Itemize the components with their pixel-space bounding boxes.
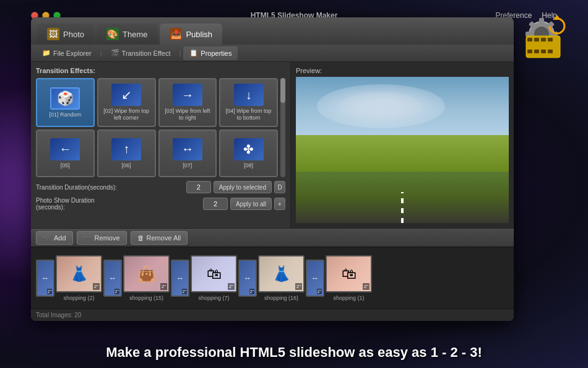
publish-tab-icon: 📤 xyxy=(170,28,182,40)
film-image-6: 🛍 xyxy=(207,265,222,283)
scrollbar-thumb xyxy=(280,78,285,103)
remove-all-button[interactable]: 🗑 Remove All xyxy=(131,231,188,245)
preview-image xyxy=(296,77,509,223)
film-image-8: 👗 xyxy=(272,265,291,283)
film-item-3[interactable]: ↔ 2" xyxy=(103,260,122,297)
transition-effect-icon: 🎬 xyxy=(111,49,119,57)
effects-panel: Transition Effects: 🎲 [01] Random xyxy=(31,62,291,228)
film-icon-symbol-3: ↔ xyxy=(109,274,116,283)
subnav-properties[interactable]: 📋 Properties xyxy=(183,46,238,60)
effect-item-2[interactable]: ↙ [02] Wipe from top left corner xyxy=(97,78,156,127)
effect-thumb-2: ↙ xyxy=(111,84,141,106)
film-duration-3: 2" xyxy=(115,289,119,294)
film-thumb-icon-1: ↔ 2" xyxy=(36,260,54,297)
film-item-5[interactable]: ↔ 2" xyxy=(171,260,189,297)
effect-item-3[interactable]: → [03] Wipe from left to right xyxy=(158,78,217,127)
add-button[interactable]: ➕ Add xyxy=(36,231,73,245)
svg-rect-11 xyxy=(527,38,532,42)
svg-rect-13 xyxy=(541,38,546,42)
effect-thumb-6: ↑ xyxy=(111,138,141,160)
film-duration-2: 2" xyxy=(93,283,100,290)
effect-thumb-8: ✤ xyxy=(234,138,264,160)
svg-marker-19 xyxy=(553,15,561,20)
tab-publish[interactable]: 📤 Publish xyxy=(160,24,222,45)
file-explorer-label: File Explorer xyxy=(53,50,92,57)
remove-all-label: Remove All xyxy=(147,234,181,242)
film-thumb-container-4: 👜 2" xyxy=(123,255,170,292)
svg-rect-15 xyxy=(527,50,532,53)
effect-thumb-random: 🎲 xyxy=(50,87,80,110)
subnav-transition-effect[interactable]: 🎬 Transition Effect xyxy=(105,46,177,60)
film-thumb-icon-7: ↔ 2" xyxy=(238,260,257,297)
arrow-up-icon: ↑ xyxy=(123,142,129,156)
effect-thumb-4: ↓ xyxy=(234,84,264,106)
transition-effect-label: Transition Effect xyxy=(122,50,171,57)
film-label-4: shopping (15) xyxy=(129,295,163,301)
content-area: Transition Effects: 🎲 [01] Random xyxy=(31,62,514,321)
film-item-1[interactable]: ↔ 2" xyxy=(36,260,54,297)
effect-item-8[interactable]: ✤ [08] xyxy=(219,129,278,177)
film-duration-9: 2" xyxy=(317,289,322,294)
preview-panel: Preview: xyxy=(291,62,514,228)
effect-thumb-3: → xyxy=(173,84,202,106)
film-item-10[interactable]: 🛍 2" shopping (1) xyxy=(326,255,372,301)
add-icon: ➕ xyxy=(43,234,51,242)
subnav-file-explorer[interactable]: 📁 File Explorer xyxy=(36,46,98,60)
remove-all-icon: 🗑 xyxy=(137,234,144,242)
dice-icon: 🎲 xyxy=(57,90,74,107)
film-thumb-container-8: 👗 2" xyxy=(258,255,305,292)
tab-theme[interactable]: 🎨 Theme xyxy=(97,24,157,45)
theme-tab-label: Theme xyxy=(123,30,147,39)
theme-tab-icon: 🎨 xyxy=(106,28,119,40)
tab-photo[interactable]: 🖼 Photo xyxy=(37,24,94,45)
file-explorer-icon: 📁 xyxy=(42,49,51,57)
effects-container: 🎲 [01] Random ↙ [02] Wipe from top left … xyxy=(36,78,285,177)
effects-preview-row: Transition Effects: 🎲 [01] Random xyxy=(31,62,514,228)
transition-duration-row: Transition Duration(seconds): 2 Apply to… xyxy=(36,181,285,193)
film-thumb-container-2: 👗 2" xyxy=(56,255,102,292)
status-text: Total Images: 20 xyxy=(36,312,81,318)
photo-duration-row: Photo Show Duration(seconds): Apply to a… xyxy=(36,197,285,211)
film-duration-7: 2" xyxy=(249,289,254,294)
arrow-upleft-icon: ↙ xyxy=(121,87,132,102)
film-duration-6: 2" xyxy=(228,283,235,290)
effect-item-4[interactable]: ↓ [04] Wipe from top to bottom xyxy=(219,78,278,127)
photo-tab-label: Photo xyxy=(63,30,84,39)
film-label-2: shopping (2) xyxy=(63,295,94,301)
effect-item-5[interactable]: ← [05] xyxy=(36,129,95,177)
effect-item-6[interactable]: ↑ [06] xyxy=(97,129,156,177)
film-icon-symbol-1: ↔ xyxy=(41,274,49,283)
photo-duration-input[interactable] xyxy=(203,198,228,210)
subnav-sep2: | xyxy=(178,50,182,57)
transition-duration-input[interactable]: 2 xyxy=(186,181,211,193)
svg-rect-16 xyxy=(534,50,539,53)
effects-scrollbar[interactable] xyxy=(280,78,285,177)
apply-to-selected-button[interactable]: Apply to selected xyxy=(214,181,272,193)
film-icon-symbol-7: ↔ xyxy=(244,274,251,283)
remove-label: Remove xyxy=(95,234,120,242)
apply-to-all-button[interactable]: Apply to all xyxy=(230,198,272,210)
effect-label-3: [03] Wipe from left to right xyxy=(162,108,214,121)
film-thumb-icon-3: ↔ 2" xyxy=(103,260,122,297)
film-item-6[interactable]: 🛍 2" shopping (7) xyxy=(191,255,237,301)
film-icon-symbol-5: ↔ xyxy=(176,274,184,283)
film-item-8[interactable]: 👗 2" shopping (16) xyxy=(258,255,305,301)
tagline-container: Make a professional HTML5 slideshow as e… xyxy=(0,337,588,361)
film-image-2: 👗 xyxy=(70,265,89,283)
film-item-4[interactable]: 👜 2" shopping (15) xyxy=(123,255,170,301)
film-label-6: shopping (7) xyxy=(198,295,229,301)
effect-item-7[interactable]: ↔ [07] xyxy=(158,129,217,177)
film-item-7[interactable]: ↔ 2" xyxy=(238,260,257,297)
arrow-down-icon: ↓ xyxy=(246,88,252,102)
film-item-9[interactable]: ↔ 2" xyxy=(306,260,324,297)
photo-duration-extra-btn[interactable]: + xyxy=(274,198,285,210)
film-item-2[interactable]: 👗 2" shopping (2) xyxy=(56,255,102,301)
transition-duration-extra-btn[interactable]: D xyxy=(274,181,285,193)
remove-button[interactable]: ➖ Remove xyxy=(77,231,127,245)
filmstrip: ↔ 2" 👗 2" shopping (2) xyxy=(31,247,514,309)
effect-thumb-5: ← xyxy=(50,138,80,160)
arrow-lr-icon: ↔ xyxy=(181,142,194,156)
effect-item-random[interactable]: 🎲 [01] Random xyxy=(36,78,95,127)
effect-label-random: [01] Random xyxy=(50,112,82,118)
film-image-10: 🛍 xyxy=(342,265,357,283)
